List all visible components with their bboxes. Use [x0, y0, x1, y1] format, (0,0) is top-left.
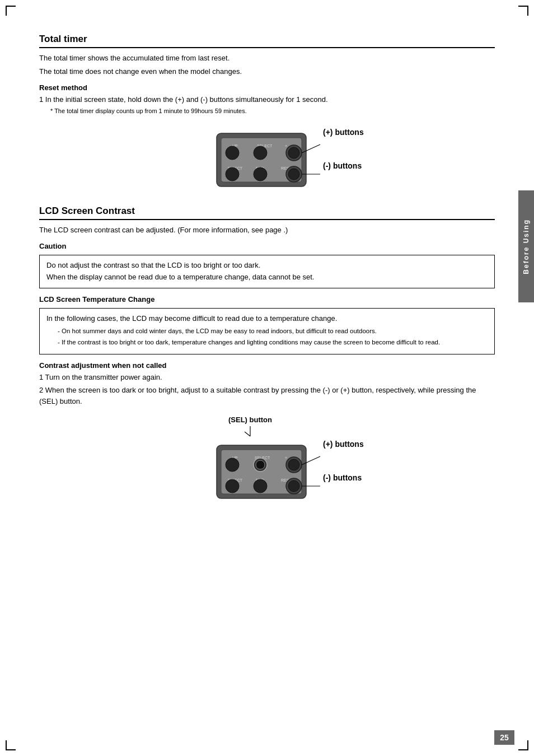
corner-mark-tr	[518, 6, 528, 16]
plus-buttons-label-1: (+) buttons	[323, 128, 364, 137]
svg-point-9	[226, 146, 239, 160]
caution-line2: When the display cannot be read due to a…	[46, 272, 488, 283]
total-timer-body2: The total time does not change even when…	[39, 66, 495, 77]
page-container: Before Using 25 Total timer The total ti…	[0, 0, 534, 756]
svg-point-35	[226, 479, 239, 493]
sel-arrow-svg	[233, 426, 267, 438]
svg-line-20	[245, 432, 250, 436]
corner-mark-bl	[6, 740, 16, 750]
svg-point-32	[256, 460, 265, 469]
side-tab: Before Using	[518, 190, 534, 302]
total-timer-title: Total timer	[39, 34, 495, 48]
svg-point-36	[254, 479, 267, 493]
diagram2-labels: (+) buttons (-) buttons	[323, 440, 364, 482]
temp-change-bullets: - On hot summer days and cold winter day…	[58, 326, 488, 347]
diagram2-inner: UP SELECT + DIRECT END RESET –	[211, 440, 323, 504]
contrast-adj-label: Contrast adjustment when not called	[39, 361, 495, 370]
lcd-contrast-body: The LCD screen contrast can be adjusted.…	[39, 225, 495, 236]
caution-line1: Do not adjust the contrast so that the L…	[46, 260, 488, 272]
svg-point-34	[288, 459, 299, 470]
svg-point-12	[288, 147, 299, 158]
corner-mark-tl	[6, 6, 16, 16]
caution-label: Caution	[39, 242, 495, 250]
minus-buttons-label-1: (-) buttons	[323, 161, 364, 170]
svg-point-13	[226, 167, 239, 181]
contrast-adj-step1: 1 Turn on the transmitter power again.	[39, 372, 495, 383]
reset-note: * The total timer display counts up from…	[50, 108, 495, 114]
caution-box: Do not adjust the contrast so that the L…	[39, 255, 495, 288]
device-svg-1: UP SELECT + DIRECT END RESET –	[211, 128, 323, 192]
minus-buttons-label-2: (-) buttons	[323, 473, 364, 482]
lcd-contrast-section: LCD Screen Contrast The LCD screen contr…	[39, 206, 495, 505]
temp-change-label: LCD Screen Temperature Change	[39, 295, 495, 304]
temp-change-box: In the following cases, the LCD may beco…	[39, 308, 495, 354]
svg-point-14	[254, 167, 267, 181]
svg-text:+: +	[285, 144, 287, 148]
reset-method-label: Reset method	[39, 83, 495, 92]
diagram2-wrapper: (SEL) button UP SELEC	[211, 416, 323, 504]
diagram2-area: (SEL) button UP SELEC	[39, 416, 495, 504]
reset-step1: 1 In the initial screen state, hold down…	[39, 94, 495, 105]
side-tab-text: Before Using	[522, 219, 530, 274]
sel-button-label: (SEL) button	[228, 416, 272, 424]
page-number: 25	[494, 730, 514, 745]
temp-bullet2: - If the contrast is too bright or too d…	[58, 338, 488, 347]
diagram1-area: UP SELECT + DIRECT END RESET –	[39, 128, 495, 192]
total-timer-body1: The total timer shows the accumulated ti…	[39, 53, 495, 64]
svg-point-10	[254, 146, 267, 160]
plus-buttons-label-2: (+) buttons	[323, 440, 364, 449]
temp-change-body: In the following cases, the LCD may beco…	[46, 313, 488, 325]
device-svg-2: UP SELECT + DIRECT END RESET –	[211, 440, 323, 504]
temp-bullet1: - On hot summer days and cold winter day…	[58, 326, 488, 335]
diagram1-wrapper: UP SELECT + DIRECT END RESET –	[211, 128, 323, 192]
svg-point-30	[226, 458, 239, 472]
diagram1-labels: (+) buttons (-) buttons	[323, 128, 364, 170]
svg-text:+: +	[285, 456, 287, 460]
sel-label-area: (SEL) button	[228, 416, 272, 438]
svg-point-16	[288, 169, 299, 180]
lcd-contrast-title: LCD Screen Contrast	[39, 206, 495, 220]
contrast-adj-step2: 2 When the screen is too dark or too bri…	[39, 385, 495, 407]
svg-point-38	[288, 480, 299, 492]
total-timer-section: Total timer The total timer shows the ac…	[39, 34, 495, 192]
corner-mark-br	[518, 740, 528, 750]
